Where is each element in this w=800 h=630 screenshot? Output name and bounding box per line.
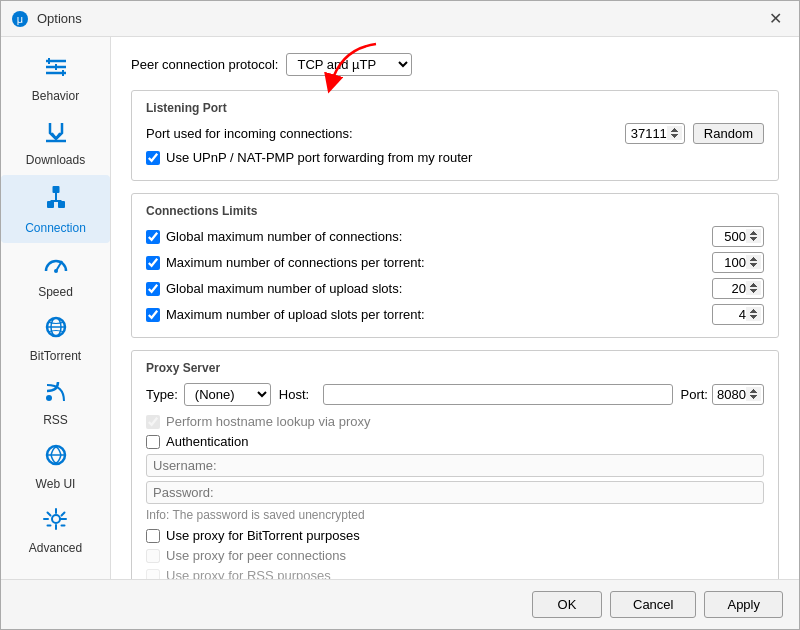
sidebar-item-downloads[interactable]: Downloads [1, 111, 110, 175]
content-area: Behavior Downloads [1, 37, 799, 579]
auth-label[interactable]: Authentication [166, 434, 248, 449]
conn-limit-input-wrap-2 [712, 278, 764, 299]
port-input[interactable] [625, 123, 685, 144]
conn-limit-label-0: Global maximum number of connections: [166, 229, 712, 244]
conn-limit-row-0: Global maximum number of connections: [146, 226, 764, 247]
listening-port-section: Listening Port Port used for incoming co… [131, 90, 779, 181]
hostname-lookup-label: Perform hostname lookup via proxy [166, 414, 370, 429]
upnp-row: Use UPnP / NAT-PMP port forwarding from … [146, 150, 764, 165]
upnp-label[interactable]: Use UPnP / NAT-PMP port forwarding from … [166, 150, 472, 165]
port-label: Port used for incoming connections: [146, 126, 625, 141]
proxy-server-title: Proxy Server [146, 361, 764, 375]
apply-button[interactable]: Apply [704, 591, 783, 618]
options-window: μ Options ✕ Behavior [0, 0, 800, 630]
peer-protocol-row: Peer connection protocol: TCP and µTP TC… [131, 53, 779, 76]
port-row: Port used for incoming connections: Rand… [146, 123, 764, 144]
bittorrent-icon [42, 315, 70, 345]
proxy-port-wrap: Port: [681, 384, 764, 405]
conn-limit-input-0[interactable] [712, 226, 764, 247]
conn-limit-checkbox-2[interactable] [146, 282, 160, 296]
conn-limit-input-1[interactable] [712, 252, 764, 273]
sidebar-item-speed-label: Speed [38, 285, 73, 299]
conn-limit-checkbox-1[interactable] [146, 256, 160, 270]
conn-limit-input-2[interactable] [712, 278, 764, 299]
auth-checkbox[interactable] [146, 435, 160, 449]
conn-limit-row-3: Maximum number of upload slots per torre… [146, 304, 764, 325]
bittorrent-proxy-row: Use proxy for BitTorrent purposes [146, 528, 764, 543]
proxy-port-input[interactable] [712, 384, 764, 405]
main-panel: Peer connection protocol: TCP and µTP TC… [111, 37, 799, 579]
proxy-server-section: Proxy Server Type: (None) HTTP HTTPS SOC… [131, 350, 779, 579]
rss-proxy-row: Use proxy for RSS purposes [146, 568, 764, 579]
window-title: Options [37, 11, 761, 26]
svg-point-16 [54, 269, 58, 273]
sidebar-item-connection-label: Connection [25, 221, 86, 235]
proxy-type-label: Type: [146, 387, 178, 402]
rss-proxy-checkbox[interactable] [146, 569, 160, 580]
sidebar-item-webui[interactable]: Web UI [1, 435, 110, 499]
footer: OK Cancel Apply [1, 579, 799, 629]
sidebar-item-downloads-label: Downloads [26, 153, 85, 167]
connection-icon [42, 183, 70, 217]
proxy-port-label: Port: [681, 387, 708, 402]
svg-rect-11 [52, 186, 59, 193]
svg-text:μ: μ [17, 13, 23, 25]
conn-limit-input-wrap-1 [712, 252, 764, 273]
hostname-lookup-checkbox[interactable] [146, 415, 160, 429]
peer-proxy-row: Use proxy for peer connections [146, 548, 764, 563]
sidebar-item-behavior-label: Behavior [32, 89, 79, 103]
rss-icon [42, 379, 70, 409]
peer-proxy-label: Use proxy for peer connections [166, 548, 346, 563]
password-input[interactable] [146, 481, 764, 504]
conn-limit-label-3: Maximum number of upload slots per torre… [166, 307, 712, 322]
sidebar-item-rss[interactable]: RSS [1, 371, 110, 435]
ok-button[interactable]: OK [532, 591, 602, 618]
conn-limit-label-1: Maximum number of connections per torren… [166, 255, 712, 270]
random-button[interactable]: Random [693, 123, 764, 144]
connection-limits-title: Connections Limits [146, 204, 764, 218]
conn-limit-input-wrap-0 [712, 226, 764, 247]
peer-protocol-select[interactable]: TCP and µTP TCP µTP [286, 53, 412, 76]
sidebar-item-bittorrent-label: BitTorrent [30, 349, 81, 363]
proxy-type-row: Type: (None) HTTP HTTPS SOCKS4 SOCKS5 Ho… [146, 383, 764, 406]
listening-port-title: Listening Port [146, 101, 764, 115]
auth-row: Authentication [146, 434, 764, 449]
conn-limit-checkbox-3[interactable] [146, 308, 160, 322]
proxy-host-input[interactable] [323, 384, 672, 405]
peer-proxy-checkbox[interactable] [146, 549, 160, 563]
speed-icon [42, 251, 70, 281]
conn-limit-row-1: Maximum number of connections per torren… [146, 252, 764, 273]
titlebar: μ Options ✕ [1, 1, 799, 37]
conn-limit-checkbox-0[interactable] [146, 230, 160, 244]
sidebar-item-speed[interactable]: Speed [1, 243, 110, 307]
sidebar-item-advanced-label: Advanced [29, 541, 82, 555]
sidebar-item-connection[interactable]: Connection [1, 175, 110, 243]
peer-protocol-label: Peer connection protocol: [131, 57, 278, 72]
advanced-icon [42, 507, 70, 537]
sidebar-item-advanced[interactable]: Advanced [1, 499, 110, 563]
bittorrent-proxy-checkbox[interactable] [146, 529, 160, 543]
svg-point-23 [52, 515, 60, 523]
conn-limit-input-3[interactable] [712, 304, 764, 325]
proxy-host-label: Host: [279, 387, 309, 402]
upnp-checkbox[interactable] [146, 151, 160, 165]
port-input-wrap [625, 123, 685, 144]
sidebar-item-behavior[interactable]: Behavior [1, 47, 110, 111]
conn-limit-row-2: Global maximum number of upload slots: [146, 278, 764, 299]
username-input[interactable] [146, 454, 764, 477]
sidebar-item-rss-label: RSS [43, 413, 68, 427]
sidebar-item-bittorrent[interactable]: BitTorrent [1, 307, 110, 371]
rss-proxy-label: Use proxy for RSS purposes [166, 568, 331, 579]
info-text: Info: The password is saved unencrypted [146, 508, 764, 522]
bittorrent-proxy-label[interactable]: Use proxy for BitTorrent purposes [166, 528, 360, 543]
connection-limits-section: Connections Limits Global maximum number… [131, 193, 779, 338]
conn-limit-label-2: Global maximum number of upload slots: [166, 281, 712, 296]
behavior-icon [42, 55, 70, 85]
close-button[interactable]: ✕ [761, 7, 789, 31]
svg-rect-9 [47, 201, 54, 208]
hostname-lookup-row: Perform hostname lookup via proxy [146, 414, 764, 429]
cancel-button[interactable]: Cancel [610, 591, 696, 618]
proxy-type-select[interactable]: (None) HTTP HTTPS SOCKS4 SOCKS5 [184, 383, 271, 406]
conn-limit-input-wrap-3 [712, 304, 764, 325]
webui-icon [42, 443, 70, 473]
